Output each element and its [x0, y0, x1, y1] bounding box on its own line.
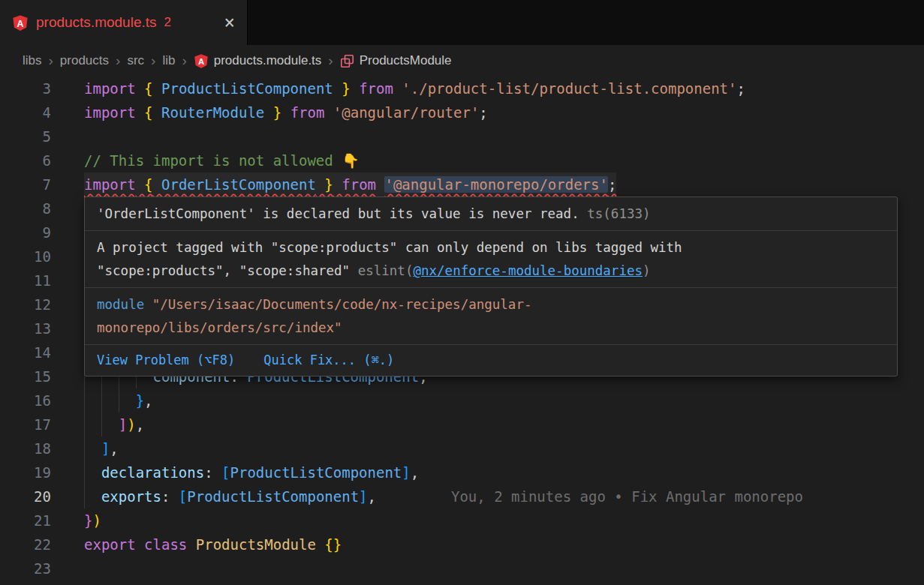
eslint-source-close: ): [643, 263, 651, 278]
breadcrumb-item-lib[interactable]: lib: [162, 53, 175, 68]
vscode-window: A products.module.ts 2 × libs › products…: [0, 0, 924, 585]
line-number[interactable]: 9: [0, 220, 51, 244]
tab-bar: A products.module.ts 2 ×: [0, 0, 924, 45]
line-number[interactable]: 7: [0, 172, 51, 196]
indent-guide: [101, 412, 119, 436]
line-number[interactable]: 6: [0, 148, 51, 172]
code-line[interactable]: 5: [0, 124, 924, 148]
view-problem-action[interactable]: View Problem (⌥F8): [97, 349, 235, 372]
code-text: }): [84, 508, 101, 532]
module-keyword: module: [97, 297, 144, 312]
git-blame-annotation: You, 2 minutes ago • Fix Angular monorep…: [451, 488, 803, 505]
breadcrumb-item-libs[interactable]: libs: [23, 53, 42, 68]
code-line[interactable]: 21}): [0, 508, 924, 532]
indent-guide: [119, 388, 136, 412]
code-line[interactable]: 17]),: [0, 412, 924, 436]
line-number[interactable]: 13: [0, 316, 51, 340]
angular-icon: A: [194, 53, 209, 69]
line-number[interactable]: 3: [0, 76, 51, 100]
breadcrumb-item-products[interactable]: products: [60, 53, 109, 68]
hover-eslint-diagnostic: A project tagged with "scope:products" c…: [85, 231, 897, 287]
close-icon[interactable]: ×: [224, 14, 235, 32]
indent-guide: [84, 484, 101, 508]
chevron-right-icon: ›: [116, 52, 120, 69]
code-text: ]),: [84, 412, 144, 436]
hover-module-info: module "/Users/isaac/Documents/code/nx-r…: [85, 288, 897, 344]
code-line[interactable]: 22export class ProductsModule {}: [0, 532, 924, 556]
hover-popup: 'OrderListComponent' is declared but its…: [84, 196, 898, 376]
line-number[interactable]: 22: [0, 532, 51, 556]
indent-guide: [84, 460, 101, 484]
line-number[interactable]: 23: [0, 556, 51, 580]
line-number[interactable]: 17: [0, 412, 51, 436]
indent-guide: [101, 388, 119, 412]
code-text: declarations: [ProductListComponent],: [84, 460, 419, 484]
code-line[interactable]: 7import { OrderListComponent } from '@an…: [0, 172, 924, 196]
code-text: import { ProductListComponent } from './…: [84, 76, 745, 100]
svg-text:A: A: [198, 57, 204, 66]
line-number[interactable]: 16: [0, 388, 51, 412]
breadcrumb-symbol[interactable]: ProductsModule: [360, 53, 452, 68]
line-number[interactable]: 8: [0, 196, 51, 220]
code-line[interactable]: 4import { RouterModule } from '@angular/…: [0, 100, 924, 124]
line-number[interactable]: 19: [0, 460, 51, 484]
chevron-right-icon: ›: [49, 52, 53, 69]
code-text: exports: [ProductListComponent],You, 2 m…: [84, 484, 803, 508]
code-text: export class ProductsModule {}: [84, 532, 342, 556]
eslint-message-line1: A project tagged with "scope:products" c…: [97, 236, 885, 260]
code-line[interactable]: 3import { ProductListComponent } from '.…: [0, 76, 924, 100]
line-number[interactable]: 5: [0, 124, 51, 148]
module-path-line1: module "/Users/isaac/Documents/code/nx-r…: [97, 293, 885, 316]
module-path-line2: monorepo/libs/orders/src/index": [97, 316, 885, 340]
code-text: // This import is not allowed 👇: [84, 148, 360, 172]
breadcrumb-file[interactable]: products.module.ts: [214, 53, 322, 68]
eslint-source-open: eslint(: [358, 263, 414, 278]
ts-diagnostic-source: ts(6133): [579, 206, 651, 221]
code-line[interactable]: 16},: [0, 388, 924, 412]
editor: 3import { ProductListComponent } from '.…: [0, 76, 924, 585]
indent-guide: [84, 412, 101, 436]
angular-icon: A: [12, 14, 29, 32]
line-number[interactable]: 18: [0, 436, 51, 460]
line-number[interactable]: 15: [0, 364, 51, 388]
line-number[interactable]: 14: [0, 340, 51, 364]
code-line[interactable]: 19declarations: [ProductListComponent],: [0, 460, 924, 484]
ts-diagnostic-text: 'OrderListComponent' is declared but its…: [97, 206, 579, 221]
tab-products-module[interactable]: A products.module.ts 2 ×: [0, 0, 248, 45]
tab-label: products.module.ts: [36, 14, 157, 31]
class-symbol-icon: [340, 54, 354, 68]
chevron-right-icon: ›: [182, 52, 186, 69]
line-number[interactable]: 11: [0, 268, 51, 292]
code-text: import { OrderListComponent } from '@ang…: [84, 172, 616, 196]
code-line[interactable]: 20exports: [ProductListComponent],You, 2…: [0, 484, 924, 508]
svg-text:A: A: [17, 18, 24, 28]
eslint-rule-link[interactable]: @nx/enforce-module-boundaries: [413, 263, 643, 278]
line-number[interactable]: 4: [0, 100, 51, 124]
hover-ts-diagnostic: 'OrderListComponent' is declared but its…: [85, 197, 897, 230]
code-line[interactable]: 23: [0, 556, 924, 580]
code-line[interactable]: 18],: [0, 436, 924, 460]
chevron-right-icon: ›: [151, 52, 155, 69]
hover-actions: View Problem (⌥F8) Quick Fix... (⌘.): [85, 345, 897, 376]
line-number[interactable]: 12: [0, 292, 51, 316]
code-text: },: [84, 388, 153, 412]
code-text: ],: [84, 436, 119, 460]
indent-guide: [84, 436, 101, 460]
code-text: import { RouterModule } from '@angular/r…: [84, 100, 488, 124]
indent-guide: [84, 388, 101, 412]
quick-fix-action[interactable]: Quick Fix... (⌘.): [263, 349, 394, 372]
line-number[interactable]: 20: [0, 484, 51, 508]
line-number[interactable]: 10: [0, 244, 51, 268]
breadcrumb-item-src[interactable]: src: [127, 53, 144, 68]
line-number[interactable]: 21: [0, 508, 51, 532]
eslint-message-line2: "scope:products", "scope:shared" eslint(…: [97, 260, 885, 283]
code-line[interactable]: 6// This import is not allowed 👇: [0, 148, 924, 172]
breadcrumb: libs › products › src › lib › A products…: [0, 45, 924, 76]
chevron-right-icon: ›: [328, 52, 333, 69]
tab-problems-badge: 2: [164, 15, 171, 30]
